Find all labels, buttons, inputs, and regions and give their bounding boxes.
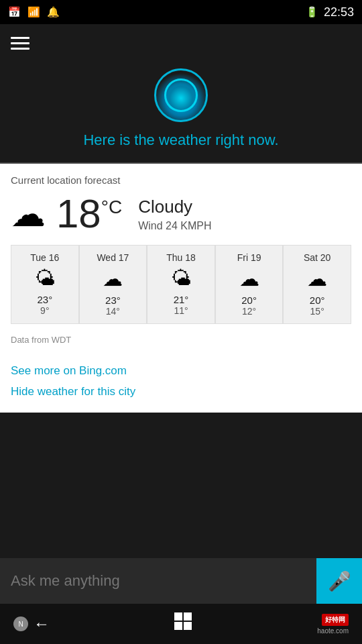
data-source: Data from WDT <box>11 332 351 354</box>
forecast-label-2: Thu 18 <box>150 252 212 263</box>
forecast-day-4: Sat 20 ☁ 20° 15° <box>283 245 351 324</box>
top-bar <box>0 24 362 62</box>
svg-rect-0 <box>174 612 182 621</box>
forecast-icon-3: ☁ <box>219 267 280 290</box>
cortana-area: Here is the weather right now. <box>0 62 362 162</box>
status-bar: 📅 📶 🔔 🔋 22:53 <box>0 0 362 24</box>
weather-description: Cloudy Wind 24 KMPH <box>138 197 211 232</box>
see-more-link[interactable]: See more on Bing.com <box>11 361 351 382</box>
forecast-high-4: 20° <box>286 294 348 306</box>
forecast-high-3: 20° <box>219 294 280 306</box>
forecast-label-1: Wed 17 <box>82 252 144 263</box>
forecast-label-3: Fri 19 <box>219 252 280 263</box>
forecast-day-1: Wed 17 ☁ 23° 14° <box>79 245 147 324</box>
ask-input[interactable] <box>0 572 316 590</box>
forecast-icon-2: 🌤 <box>150 267 212 290</box>
weather-card: Current location forecast ☁ 18°C Cloudy … <box>0 164 362 361</box>
haote-logo: 好特网 <box>322 614 349 626</box>
forecast-row: Tue 16 🌤 23° 9° Wed 17 ☁ 23° 14° Thu 18 … <box>11 245 351 324</box>
status-time: 22:53 <box>324 5 354 19</box>
svg-rect-2 <box>174 622 182 630</box>
status-icons: 📅 📶 🔔 <box>8 6 60 18</box>
forecast-day-3: Fri 19 ☁ 20° 12° <box>215 245 284 324</box>
back-button[interactable]: ← <box>34 614 50 633</box>
forecast-high-2: 21° <box>150 294 212 305</box>
ask-bar: 🎤 <box>0 558 362 604</box>
forecast-label-0: Tue 16 <box>14 252 76 263</box>
notification-icon: 🔔 <box>47 6 60 18</box>
forecast-low-4: 15° <box>286 306 348 317</box>
calendar-icon: 📅 <box>8 6 21 18</box>
nav-left: N ← <box>13 614 50 633</box>
forecast-low-3: 12° <box>219 306 280 317</box>
wifi-icon: 📶 <box>27 6 40 18</box>
forecast-day-2: Thu 18 🌤 21° 11° <box>147 245 215 324</box>
forecast-low-2: 11° <box>150 305 212 316</box>
current-temp: 18°C <box>56 194 122 234</box>
forecast-low-0: 9° <box>14 305 76 316</box>
forecast-high-0: 23° <box>14 294 76 305</box>
battery-icon: 🔋 <box>306 6 318 18</box>
haote-branding: 好特网 haote.com <box>317 614 349 635</box>
forecast-high-1: 23° <box>82 294 144 306</box>
hide-weather-link[interactable]: Hide weather for this city <box>11 382 351 402</box>
mic-icon: 🎤 <box>328 570 351 592</box>
bottom-nav: N ← 好特网 haote.com <box>0 604 362 644</box>
bottom-dark-area <box>0 413 362 480</box>
svg-rect-1 <box>184 612 192 621</box>
forecast-day-0: Tue 16 🌤 23° 9° <box>11 245 79 324</box>
weather-links: See more on Bing.com Hide weather for th… <box>0 361 362 413</box>
location-label: Current location forecast <box>11 174 351 186</box>
mic-button[interactable]: 🎤 <box>316 558 362 604</box>
forecast-low-1: 14° <box>82 306 144 317</box>
current-weather-icon: ☁ <box>11 197 46 231</box>
cortana-logo <box>154 68 208 122</box>
haote-domain: haote.com <box>317 627 349 635</box>
forecast-icon-0: 🌤 <box>14 267 76 290</box>
svg-rect-3 <box>184 622 192 630</box>
windows-button[interactable] <box>174 612 193 636</box>
forecast-icon-1: ☁ <box>82 267 144 290</box>
windows-icon <box>174 612 193 631</box>
weather-condition: Cloudy <box>138 197 211 217</box>
cortana-title: Here is the weather right now. <box>70 131 292 149</box>
current-weather: ☁ 18°C Cloudy Wind 24 KMPH <box>11 194 351 234</box>
neowin-logo: N <box>13 616 28 631</box>
hamburger-menu[interactable] <box>11 37 29 50</box>
forecast-icon-4: ☁ <box>286 267 348 290</box>
forecast-label-4: Sat 20 <box>286 252 348 263</box>
wind-info: Wind 24 KMPH <box>138 220 211 232</box>
